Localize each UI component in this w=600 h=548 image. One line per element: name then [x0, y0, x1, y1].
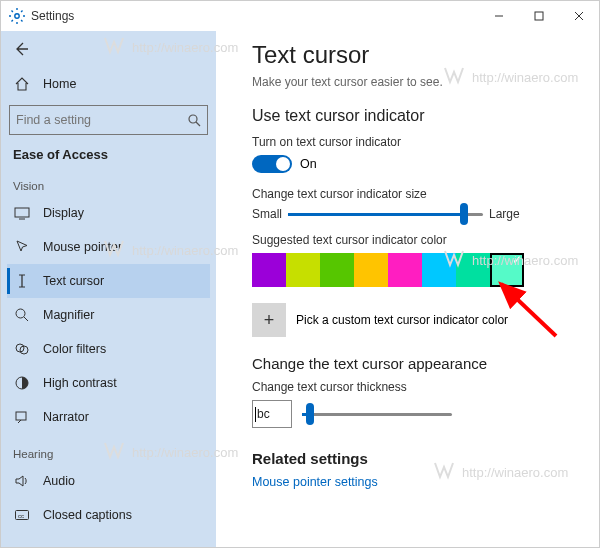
titlebar: Settings — [1, 1, 599, 31]
custom-color-label: Pick a custom text cursor indicator colo… — [296, 313, 508, 327]
suggested-color-label: Suggested text cursor indicator color — [252, 233, 583, 247]
sidebar-item-label: Display — [43, 206, 84, 220]
sidebar-group-hearing: Hearing — [7, 434, 210, 464]
toggle-label: Turn on text cursor indicator — [252, 135, 583, 149]
sidebar-item-magnifier[interactable]: Magnifier — [7, 298, 210, 332]
svg-point-10 — [16, 309, 25, 318]
settings-app-icon — [9, 8, 25, 24]
content-pane: Text cursor Make your text cursor easier… — [216, 31, 599, 547]
high-contrast-icon — [13, 375, 31, 391]
page-title: Text cursor — [252, 41, 583, 69]
indicator-heading: Use text cursor indicator — [252, 107, 583, 125]
appearance-heading: Change the text cursor appearance — [252, 355, 583, 372]
size-label: Change text cursor indicator size — [252, 187, 583, 201]
size-large-label: Large — [489, 207, 520, 221]
related-link-mouse-pointer[interactable]: Mouse pointer settings — [252, 475, 583, 489]
back-button[interactable] — [7, 35, 35, 63]
sidebar-group-vision: Vision — [7, 166, 210, 196]
color-swatch-1[interactable] — [286, 253, 320, 287]
sidebar-item-high-contrast[interactable]: High contrast — [7, 366, 210, 400]
svg-rect-2 — [535, 12, 543, 20]
maximize-button[interactable] — [519, 1, 559, 31]
svg-rect-7 — [15, 208, 29, 217]
text-cursor-icon — [13, 273, 31, 289]
page-subtitle: Make your text cursor easier to see. — [252, 75, 583, 89]
svg-line-11 — [24, 317, 28, 321]
svg-point-5 — [189, 115, 197, 123]
sidebar-item-closed-captions[interactable]: cc Closed captions — [7, 498, 210, 532]
sidebar-item-label: Audio — [43, 474, 75, 488]
search-icon — [187, 113, 201, 127]
cursor-icon — [13, 239, 31, 255]
svg-text:cc: cc — [18, 513, 24, 519]
sidebar-item-label: Color filters — [43, 342, 106, 356]
window-title: Settings — [31, 9, 74, 23]
sidebar-item-label: High contrast — [43, 376, 117, 390]
sidebar-item-label: Closed captions — [43, 508, 132, 522]
search-box[interactable] — [9, 105, 208, 135]
sidebar-item-label: Narrator — [43, 410, 89, 424]
color-filters-icon — [13, 341, 31, 357]
search-input[interactable] — [16, 113, 187, 127]
color-swatch-2[interactable] — [320, 253, 354, 287]
related-heading: Related settings — [252, 450, 583, 467]
pick-custom-color-button[interactable]: + — [252, 303, 286, 337]
sidebar-item-home[interactable]: Home — [7, 67, 210, 101]
narrator-icon — [13, 409, 31, 425]
color-swatch-6[interactable] — [456, 253, 490, 287]
sidebar-item-label: Mouse pointer — [43, 240, 122, 254]
color-swatch-5[interactable] — [422, 253, 456, 287]
svg-line-6 — [196, 122, 200, 126]
indicator-toggle[interactable] — [252, 155, 292, 173]
size-small-label: Small — [252, 207, 282, 221]
sidebar: Home Ease of Access Vision Display Mouse… — [1, 31, 216, 547]
toggle-state: On — [300, 157, 317, 171]
close-button[interactable] — [559, 1, 599, 31]
sidebar-item-label: Magnifier — [43, 308, 94, 322]
magnifier-icon — [13, 307, 31, 323]
sidebar-item-audio[interactable]: Audio — [7, 464, 210, 498]
svg-line-18 — [501, 284, 556, 336]
sidebar-item-narrator[interactable]: Narrator — [7, 400, 210, 434]
minimize-button[interactable] — [479, 1, 519, 31]
thickness-preview: bc — [252, 400, 292, 428]
sidebar-item-text-cursor[interactable]: Text cursor — [7, 264, 210, 298]
sidebar-item-label: Home — [43, 77, 76, 91]
thickness-label: Change text cursor thickness — [252, 380, 583, 394]
sidebar-item-mouse-pointer[interactable]: Mouse pointer — [7, 230, 210, 264]
settings-window: Settings Home Ease of Access Vision — [0, 0, 600, 548]
indicator-size-slider[interactable] — [288, 213, 483, 216]
display-icon — [13, 205, 31, 221]
closed-captions-icon: cc — [13, 507, 31, 523]
sidebar-item-color-filters[interactable]: Color filters — [7, 332, 210, 366]
color-swatch-3[interactable] — [354, 253, 388, 287]
callout-arrow — [491, 276, 571, 346]
sidebar-item-display[interactable]: Display — [7, 196, 210, 230]
sidebar-item-label: Text cursor — [43, 274, 104, 288]
svg-point-0 — [15, 14, 19, 18]
audio-icon — [13, 473, 31, 489]
home-icon — [13, 76, 31, 92]
thickness-slider[interactable] — [302, 413, 452, 416]
sidebar-category: Ease of Access — [7, 143, 210, 166]
svg-rect-15 — [16, 412, 26, 420]
color-swatch-4[interactable] — [388, 253, 422, 287]
color-swatch-0[interactable] — [252, 253, 286, 287]
